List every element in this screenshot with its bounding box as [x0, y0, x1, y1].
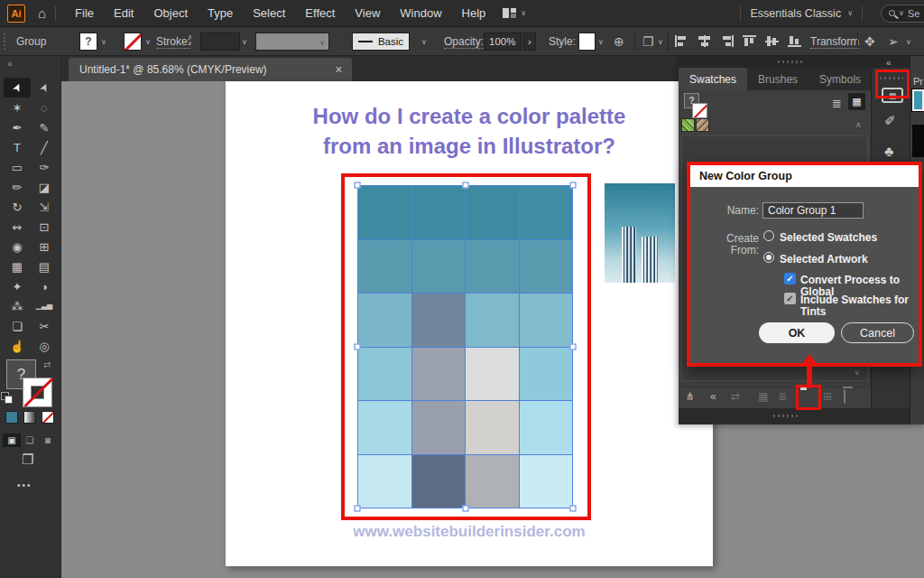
- zoom-tool[interactable]: ◎: [31, 336, 58, 356]
- brush-definition-dropdown[interactable]: ∨: [255, 33, 329, 51]
- menu-window[interactable]: Window: [390, 0, 451, 27]
- panel-gripper[interactable]: [4, 33, 5, 50]
- document-setup-icon[interactable]: ❐: [642, 35, 654, 48]
- artboard-tool[interactable]: ❏: [4, 316, 31, 336]
- fill-color-well[interactable]: ?: [79, 33, 97, 51]
- align-middle-icon[interactable]: [765, 35, 779, 47]
- name-field[interactable]: [762, 202, 864, 219]
- chevron-down-icon[interactable]: ∨: [598, 39, 604, 46]
- pattern-swatch-green[interactable]: [681, 118, 695, 132]
- stroke-weight-stepper[interactable]: ∧∨: [188, 34, 192, 46]
- eyedropper-tool[interactable]: ✦: [4, 276, 31, 296]
- chevron-down-icon[interactable]: ∨: [658, 39, 663, 46]
- color-button[interactable]: [5, 411, 18, 424]
- panel-stroke-well[interactable]: [692, 103, 707, 118]
- stroke-color-well[interactable]: [124, 33, 142, 51]
- radio-selected-swatches[interactable]: [763, 230, 774, 241]
- opacity-expand-button[interactable]: ›: [523, 33, 536, 51]
- radio-selected-artwork[interactable]: [763, 252, 774, 263]
- symbols-panel-icon[interactable]: ♣: [884, 144, 894, 160]
- direct-selection-tool[interactable]: ➤: [31, 78, 58, 98]
- draw-normal-mode[interactable]: ▣: [3, 434, 21, 447]
- tab-swatches[interactable]: Swatches: [679, 68, 747, 90]
- buildings-photo[interactable]: [605, 183, 675, 283]
- rectangle-tool[interactable]: ▭: [4, 157, 31, 177]
- slice-tool[interactable]: ✂: [31, 316, 58, 336]
- line-segment-tool[interactable]: ╱: [31, 137, 58, 157]
- chevron-down-icon[interactable]: ∨: [421, 39, 427, 46]
- menu-select[interactable]: Select: [243, 0, 295, 27]
- home-icon[interactable]: ⌂: [38, 6, 46, 20]
- snap-options-icon[interactable]: ➢: [888, 35, 899, 48]
- checkbox-convert-process[interactable]: ✓: [784, 273, 796, 284]
- menu-view[interactable]: View: [345, 0, 390, 27]
- ok-button[interactable]: OK: [759, 322, 835, 343]
- draw-behind-mode[interactable]: ❏: [21, 434, 39, 447]
- delete-swatch-button[interactable]: [844, 390, 845, 403]
- scroll-down-icon[interactable]: ∨: [854, 368, 860, 377]
- swap-fill-stroke-icon[interactable]: ⇄: [43, 359, 51, 369]
- align-center-icon[interactable]: [698, 35, 711, 47]
- transform-label[interactable]: Transform: [810, 36, 859, 49]
- panel-gripper[interactable]: [778, 61, 803, 63]
- mesh-tool[interactable]: ▦: [4, 256, 31, 276]
- rotate-tool[interactable]: ↻: [4, 197, 31, 217]
- curvature-tool[interactable]: ✎: [31, 117, 58, 137]
- bounding-box-icon[interactable]: ✥: [864, 35, 875, 48]
- sync-swatches-icon[interactable]: ⇄: [731, 390, 740, 403]
- show-list-icon[interactable]: ≣: [778, 390, 787, 403]
- swatch-options-icon[interactable]: ▦: [758, 390, 768, 403]
- shaper-tool[interactable]: ✏: [4, 177, 31, 197]
- collapse-dock-icon[interactable]: «: [886, 58, 892, 68]
- free-transform-tool[interactable]: ⊡: [31, 217, 58, 237]
- gradient-tool[interactable]: ▤: [31, 256, 58, 276]
- symbol-sprayer-tool[interactable]: ⁂: [4, 296, 31, 316]
- edge-color-swatch[interactable]: [912, 89, 924, 111]
- paintbrush-tool[interactable]: ✑: [31, 157, 58, 177]
- radio-selected-artwork-label[interactable]: Selected Artwork: [780, 254, 868, 266]
- chevron-down-icon[interactable]: ∨: [145, 39, 151, 46]
- tab-symbols[interactable]: Symbols: [808, 68, 872, 90]
- document-info-globe-icon[interactable]: ⊕: [614, 35, 624, 48]
- list-view-icon[interactable]: ≣: [832, 97, 842, 110]
- scale-tool[interactable]: ⇲: [31, 197, 58, 217]
- grid-view-icon[interactable]: ▦: [848, 93, 865, 110]
- draw-inside-mode[interactable]: ◙: [39, 434, 57, 447]
- align-right-icon[interactable]: [720, 35, 734, 47]
- menu-edit[interactable]: Edit: [104, 0, 143, 27]
- close-icon[interactable]: ✕: [335, 64, 343, 76]
- screen-mode-icon[interactable]: ❐: [22, 452, 33, 468]
- align-left-icon[interactable]: [675, 35, 688, 47]
- pattern-swatch-tan[interactable]: [696, 118, 709, 132]
- align-bottom-icon[interactable]: [788, 35, 801, 47]
- new-swatch-icon[interactable]: ⊞: [823, 390, 832, 403]
- chevron-down-icon[interactable]: ∨: [906, 39, 911, 46]
- none-button[interactable]: [42, 411, 54, 424]
- checkbox-include-tints[interactable]: ✓: [784, 293, 796, 304]
- blend-tool[interactable]: ◑: [31, 276, 58, 296]
- opacity-value[interactable]: 100%: [484, 33, 522, 51]
- magic-wand-tool[interactable]: ✶: [4, 98, 31, 117]
- menu-file[interactable]: File: [65, 0, 104, 27]
- workspace-switcher[interactable]: Essentials Classic: [750, 7, 841, 20]
- width-tool[interactable]: ↭: [4, 217, 31, 237]
- align-top-icon[interactable]: [743, 35, 756, 47]
- menu-help[interactable]: Help: [452, 0, 496, 27]
- chevron-down-icon[interactable]: ∨: [101, 39, 106, 46]
- stroke-indicator[interactable]: [23, 378, 52, 407]
- menu-type[interactable]: Type: [198, 0, 243, 27]
- shape-builder-tool[interactable]: ◉: [4, 237, 31, 256]
- pen-tool[interactable]: ✒: [4, 117, 31, 137]
- edge-black-swatch[interactable]: [912, 125, 924, 157]
- lasso-tool[interactable]: ◌: [31, 98, 58, 117]
- type-tool[interactable]: T: [4, 137, 31, 157]
- arrange-documents-button[interactable]: ∨: [503, 8, 526, 18]
- chevron-down-icon[interactable]: ∨: [242, 39, 247, 46]
- selection-tool[interactable]: ➤: [4, 78, 31, 98]
- edit-toolbar-icon[interactable]: •••: [17, 480, 32, 490]
- brushes-panel-icon[interactable]: ✐: [884, 113, 896, 129]
- graphic-style-well[interactable]: [578, 33, 596, 51]
- menu-effect[interactable]: Effect: [295, 0, 345, 27]
- radio-selected-swatches-label[interactable]: Selected Swatches: [780, 232, 877, 244]
- hand-tool[interactable]: ☝: [4, 336, 31, 356]
